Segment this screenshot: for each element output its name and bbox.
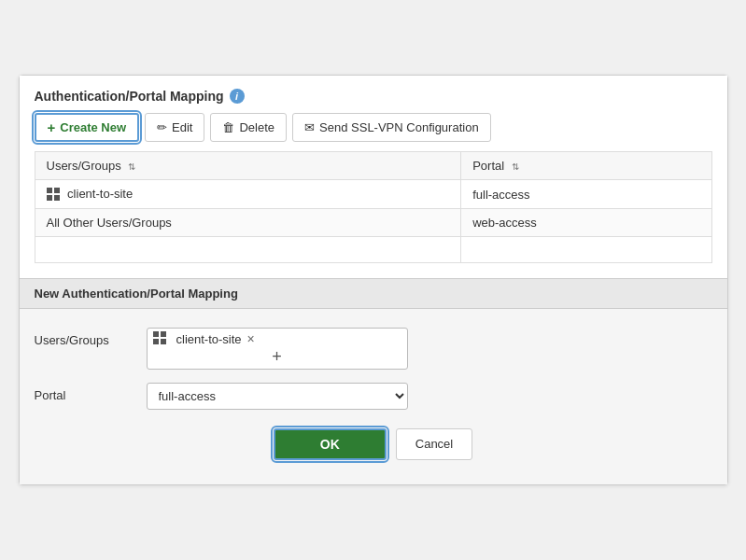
tag-text: client-to-site	[176, 332, 242, 346]
portal-control: full-access web-access tunnel-access	[147, 383, 712, 410]
users-groups-control: client-to-site × +	[147, 328, 712, 370]
section-title: Authentication/Portal Mapping i	[35, 89, 712, 104]
svg-rect-4	[153, 331, 159, 337]
sort-users-groups-icon[interactable]: ⇅	[128, 161, 135, 172]
svg-rect-2	[47, 195, 52, 201]
table-row-empty	[35, 236, 711, 262]
table-row: All Other Users/Groups web-access	[35, 208, 711, 236]
cell-users-groups-1: client-to-site	[35, 180, 461, 209]
cell-portal-2: web-access	[461, 208, 711, 236]
section-title-text: Authentication/Portal Mapping	[35, 89, 224, 104]
svg-rect-7	[161, 339, 166, 344]
divider-section: New Authentication/Portal Mapping	[20, 278, 727, 309]
table-row: client-to-site full-access	[35, 180, 711, 209]
ok-button[interactable]: OK	[274, 428, 387, 460]
form-row-portal: Portal full-access web-access tunnel-acc…	[35, 383, 712, 410]
svg-rect-1	[54, 188, 60, 193]
toolbar: + Create New ✏ Edit 🗑 Delete ✉ Send SSL-…	[35, 113, 712, 142]
portal-select[interactable]: full-access web-access tunnel-access	[147, 383, 408, 410]
cell-users-groups-2: All Other Users/Groups	[35, 208, 461, 236]
action-row: OK Cancel	[35, 428, 712, 469]
form-row-users-groups: Users/Groups client-to	[35, 328, 712, 370]
svg-rect-0	[47, 188, 52, 193]
edit-label: Edit	[172, 120, 192, 134]
users-groups-label: Users/Groups	[35, 328, 147, 347]
email-icon: ✉	[304, 120, 315, 134]
plus-icon: +	[48, 119, 56, 135]
delete-button[interactable]: 🗑 Delete	[210, 113, 287, 142]
tag-group-icon	[153, 331, 166, 344]
cancel-button[interactable]: Cancel	[396, 428, 472, 460]
divider-title: New Authentication/Portal Mapping	[35, 287, 238, 301]
cell-portal-1: full-access	[461, 180, 711, 209]
mapping-table: Users/Groups ⇅ Portal ⇅	[35, 151, 712, 263]
col-users-groups-label: Users/Groups	[47, 159, 121, 173]
col-users-groups: Users/Groups ⇅	[35, 152, 461, 180]
empty-cell-1	[35, 236, 461, 262]
send-label: Send SSL-VPN Configuration	[319, 120, 479, 134]
tag-add-button[interactable]: +	[153, 348, 401, 365]
create-new-label: Create New	[60, 120, 126, 134]
top-section: Authentication/Portal Mapping i + Create…	[20, 76, 727, 278]
svg-rect-3	[54, 195, 60, 201]
group-icon-1	[47, 188, 60, 201]
edit-button[interactable]: ✏ Edit	[145, 113, 204, 142]
edit-icon: ✏	[157, 120, 167, 134]
delete-icon: 🗑	[222, 120, 234, 134]
tag-value: client-to-site	[176, 332, 242, 346]
tag-remove-button[interactable]: ×	[247, 332, 255, 345]
col-portal: Portal ⇅	[461, 152, 711, 180]
send-ssl-vpn-button[interactable]: ✉ Send SSL-VPN Configuration	[292, 113, 491, 142]
svg-rect-6	[153, 339, 159, 344]
portal-label: Portal	[35, 383, 147, 402]
empty-cell-2	[461, 236, 711, 262]
create-new-button[interactable]: + Create New	[35, 113, 140, 142]
tag-row: client-to-site ×	[153, 332, 401, 346]
delete-label: Delete	[239, 120, 274, 134]
info-icon[interactable]: i	[230, 89, 245, 104]
users-groups-tag-input[interactable]: client-to-site × +	[147, 328, 408, 370]
main-container: Authentication/Portal Mapping i + Create…	[19, 75, 728, 485]
form-section: Users/Groups client-to	[20, 309, 727, 484]
sort-portal-icon[interactable]: ⇅	[512, 161, 519, 172]
col-portal-label: Portal	[472, 159, 504, 173]
svg-rect-5	[161, 331, 166, 337]
